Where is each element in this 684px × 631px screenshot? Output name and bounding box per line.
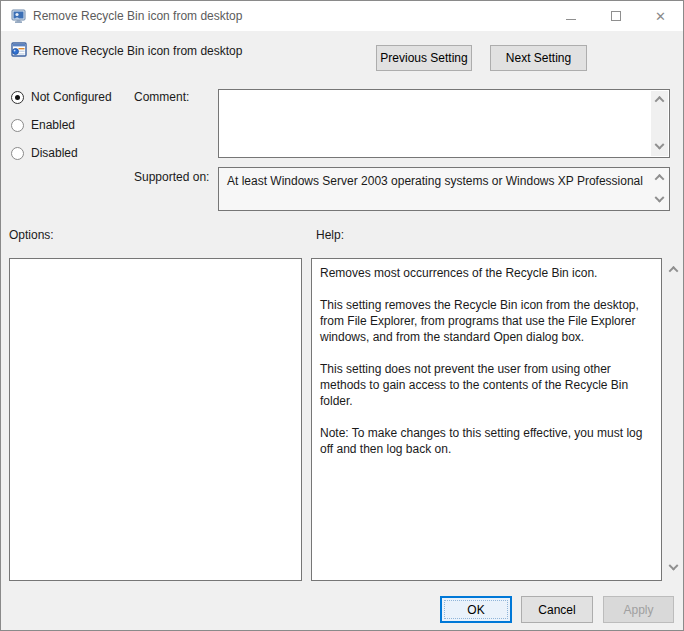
help-paragraph: This setting removes the Recycle Bin ico… bbox=[320, 297, 655, 345]
help-scrollbar[interactable] bbox=[664, 258, 682, 581]
radio-circle bbox=[11, 119, 24, 132]
maximize-button[interactable] bbox=[593, 1, 638, 31]
scroll-down-button[interactable] bbox=[664, 559, 682, 577]
close-icon: ✕ bbox=[655, 10, 666, 23]
radio-circle bbox=[11, 147, 24, 160]
policy-setting-icon bbox=[11, 42, 27, 58]
comment-textarea[interactable] bbox=[218, 89, 670, 158]
window-title: Remove Recycle Bin icon from desktop bbox=[33, 1, 242, 31]
chevron-up-icon bbox=[655, 96, 665, 106]
close-button[interactable]: ✕ bbox=[638, 1, 683, 31]
maximize-icon bbox=[611, 11, 621, 21]
radio-label: Enabled bbox=[31, 118, 75, 132]
chevron-up-icon bbox=[655, 174, 665, 184]
radio-label: Not Configured bbox=[31, 90, 112, 104]
scroll-down-button[interactable] bbox=[651, 192, 668, 209]
help-paragraph: Note: To make changes to this setting ef… bbox=[320, 425, 655, 457]
help-paragraph: This setting does not prevent the user f… bbox=[320, 361, 655, 409]
minimize-icon bbox=[566, 19, 576, 20]
policy-setting-dialog: Remove Recycle Bin icon from desktop ✕ R… bbox=[0, 0, 684, 631]
chevron-up-icon bbox=[668, 265, 678, 275]
minimize-button[interactable] bbox=[548, 1, 593, 31]
radio-dot bbox=[15, 95, 20, 100]
supported-on-box: At least Windows Server 2003 operating s… bbox=[218, 167, 670, 211]
apply-button[interactable]: Apply bbox=[603, 596, 674, 623]
radio-disabled[interactable]: Disabled bbox=[11, 143, 78, 163]
help-panel: Removes most occurrences of the Recycle … bbox=[311, 258, 662, 581]
previous-setting-button[interactable]: Previous Setting bbox=[376, 45, 472, 71]
radio-circle bbox=[11, 91, 24, 104]
group-policy-app-icon bbox=[11, 8, 27, 24]
ok-button[interactable]: OK bbox=[440, 596, 512, 623]
chevron-down-icon bbox=[655, 193, 665, 203]
help-paragraph: Removes most occurrences of the Recycle … bbox=[320, 265, 655, 281]
radio-label: Disabled bbox=[31, 146, 78, 160]
supported-on-scrollbar[interactable] bbox=[651, 169, 668, 209]
scroll-up-button[interactable] bbox=[664, 260, 682, 278]
chevron-down-icon bbox=[655, 140, 665, 150]
options-panel bbox=[9, 258, 302, 581]
titlebar[interactable]: Remove Recycle Bin icon from desktop ✕ bbox=[1, 1, 683, 31]
supported-on-value: At least Windows Server 2003 operating s… bbox=[227, 174, 647, 189]
scroll-down-button[interactable] bbox=[651, 139, 668, 156]
scroll-up-button[interactable] bbox=[651, 169, 668, 186]
radio-not-configured[interactable]: Not Configured bbox=[11, 87, 112, 107]
cancel-button[interactable]: Cancel bbox=[521, 596, 593, 623]
comment-scrollbar[interactable] bbox=[651, 91, 668, 156]
help-label: Help: bbox=[316, 228, 344, 242]
comment-label: Comment: bbox=[134, 90, 189, 104]
options-label: Options: bbox=[9, 228, 54, 242]
supported-on-label: Supported on: bbox=[134, 170, 209, 184]
scroll-up-button[interactable] bbox=[651, 91, 668, 108]
radio-enabled[interactable]: Enabled bbox=[11, 115, 75, 135]
help-text: Removes most occurrences of the Recycle … bbox=[320, 265, 655, 473]
setting-title: Remove Recycle Bin icon from desktop bbox=[33, 44, 242, 58]
chevron-down-icon bbox=[668, 560, 678, 570]
next-setting-button[interactable]: Next Setting bbox=[490, 45, 587, 71]
